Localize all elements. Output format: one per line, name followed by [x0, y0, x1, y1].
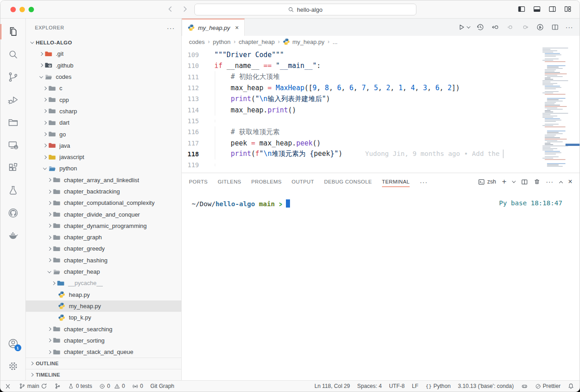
tree-row-top-k-py[interactable]: top_k.py [26, 312, 181, 323]
tree-row-chapter-sorting[interactable]: chapter_sorting [26, 335, 181, 346]
tree-row-root[interactable]: HELLO-ALGO [26, 37, 181, 48]
activity-github[interactable] [0, 202, 26, 224]
tree-row-my-heap-py[interactable]: my_heap.py [26, 300, 181, 312]
tree-row-chapter-array-and-linkedlist[interactable]: chapter_array_and_linkedlist [26, 174, 181, 186]
editor-more-actions-icon[interactable]: ··· [566, 24, 573, 31]
tree-row-go[interactable]: go [26, 128, 181, 140]
kill-terminal-icon[interactable] [534, 179, 540, 185]
tree-row-chapter-searching[interactable]: chapter_searching [26, 323, 181, 334]
code-line-110[interactable]: 110if __name__ == "__main__": [182, 60, 580, 71]
breadcrumb-item[interactable]: chapter_heap [239, 39, 275, 45]
explorer-more-actions-icon[interactable]: ··· [167, 24, 175, 32]
tree-row-chapter-greedy[interactable]: chapter_greedy [26, 243, 181, 254]
tree-row--git[interactable]: .git [26, 48, 181, 59]
terminal-shell-item[interactable]: zsh [478, 179, 496, 185]
code-editor[interactable]: 109"""Driver Code"""110if __name__ == "_… [182, 48, 580, 173]
toggle-panel-icon[interactable] [532, 5, 541, 14]
tests-status[interactable]: 0 tests [68, 383, 92, 389]
activity-remote-explorer[interactable] [0, 134, 26, 156]
activity-testing[interactable] [0, 179, 26, 202]
tree-row-c[interactable]: c [26, 82, 181, 94]
indentation-setting[interactable]: Spaces: 4 [357, 383, 382, 389]
tree-row-chapter-heap[interactable]: chapter_heap [26, 266, 181, 277]
tree-row-csharp[interactable]: csharp [26, 106, 181, 117]
split-editor-icon[interactable] [551, 23, 560, 32]
code-line-115[interactable]: 115 [182, 116, 580, 126]
tree-row-java[interactable]: java [26, 140, 181, 151]
tree-row-dart[interactable]: dart [26, 117, 181, 128]
maximize-panel-icon[interactable] [559, 181, 562, 185]
customize-layout-icon[interactable] [563, 5, 572, 14]
cursor-position[interactable]: Ln 118, Col 29 [314, 383, 350, 389]
split-terminal-icon[interactable] [521, 179, 528, 185]
code-line-114[interactable]: 114 max_heap.print() [182, 104, 580, 115]
activity-run-debug[interactable] [0, 88, 26, 111]
timeline-history-icon[interactable] [476, 23, 485, 32]
code-line-109[interactable]: 109"""Driver Code""" [182, 49, 580, 60]
tree-row-chapter-graph[interactable]: chapter_graph [26, 232, 181, 243]
open-changes-icon[interactable] [491, 23, 500, 32]
panel-tab-output[interactable]: OUTPUT [292, 173, 314, 190]
close-tab-icon[interactable]: × [235, 24, 239, 31]
tree-row-chapter-computational-complexity[interactable]: chapter_computational_complexity [26, 197, 181, 208]
run-python-file-icon[interactable] [457, 23, 470, 32]
code-line-113[interactable]: 113 print("\n输入列表并建堆后") [182, 93, 580, 104]
activity-file-folder[interactable] [0, 111, 26, 134]
navigate-forward-icon[interactable] [181, 5, 189, 13]
prettier-status[interactable]: Prettier [535, 383, 561, 389]
close-panel-icon[interactable]: × [568, 178, 572, 186]
zoom-window-button[interactable] [29, 7, 34, 12]
git-graph-status[interactable]: Git Graph [150, 383, 174, 389]
activity-search[interactable] [0, 43, 26, 66]
new-terminal-icon[interactable]: + [502, 177, 507, 186]
panel-tab-gitlens[interactable]: GITLENS [218, 173, 241, 190]
panel-tab-debug-console[interactable]: DEBUG CONSOLE [324, 173, 372, 190]
breadcrumb-item[interactable]: my_heap.py [283, 38, 324, 45]
panel-tab-ports[interactable]: PORTS [189, 173, 208, 190]
run-below-icon[interactable] [536, 23, 545, 32]
toggle-secondary-sidebar-icon[interactable] [548, 5, 557, 14]
eol-setting[interactable]: LF [412, 383, 418, 389]
git-graph-icon-button[interactable] [54, 383, 61, 389]
terminal-profile-dropdown-icon[interactable] [512, 179, 515, 183]
command-center-search[interactable]: hello-algo [194, 4, 416, 15]
tree-row-javascript[interactable]: javascript [26, 151, 181, 163]
outline-section[interactable]: OUTLINE [26, 358, 181, 369]
minimize-window-button[interactable] [19, 7, 25, 12]
branch-status[interactable]: main [19, 383, 47, 389]
tree-row-cpp[interactable]: cpp [26, 94, 181, 105]
language-mode[interactable]: {}Python [425, 383, 450, 389]
encoding-setting[interactable]: UTF-8 [389, 383, 405, 389]
remote-indicator[interactable] [5, 383, 12, 390]
terminal[interactable]: ~/Dow/hello-algo main > Py base 18:18:47 [182, 190, 580, 380]
tree-row-chapter-dynamic-programming[interactable]: chapter_dynamic_programming [26, 220, 181, 232]
code-line-117[interactable]: 117 peek = max_heap.peek() [182, 137, 580, 148]
ports-status[interactable]: 0 [132, 383, 143, 389]
panel-tab-problems[interactable]: PROBLEMS [251, 173, 281, 190]
tree-row-chapter-hashing[interactable]: chapter_hashing [26, 255, 181, 266]
python-interpreter[interactable]: 3.10.13 ('base': conda) [458, 383, 513, 389]
close-window-button[interactable] [10, 7, 16, 12]
code-line-112[interactable]: 112 max_heap = MaxHeap([9, 8, 6, 6, 7, 5… [182, 82, 580, 93]
activity-explorer[interactable] [0, 20, 26, 43]
code-line-111[interactable]: 111 # 初始化大顶堆 [182, 72, 580, 82]
code-line-119[interactable]: 119 [182, 160, 580, 170]
tree-row-chapter-stack-and-queue[interactable]: chapter_stack_and_queue [26, 346, 181, 358]
panel-more-tabs-icon[interactable]: ··· [420, 178, 428, 186]
tree-row--pycache-[interactable]: __pycache__ [26, 277, 181, 289]
code-line-118[interactable]: 118 print(f"\n堆顶元素为 {peek}")Yudong Jin, … [182, 149, 580, 160]
breadcrumb-item[interactable]: codes [189, 39, 205, 45]
breadcrumb-item[interactable]: python [213, 39, 231, 45]
accounts-button[interactable]: 1 [0, 332, 26, 355]
tree-row-heap-py[interactable]: heap.py [26, 289, 181, 300]
code-line-116[interactable]: 116 # 获取堆顶元素 [182, 126, 580, 137]
panel-tab-terminal[interactable]: TERMINAL [382, 173, 410, 190]
activity-extensions[interactable] [0, 156, 26, 179]
problems-status[interactable]: 0 0 [99, 383, 125, 389]
activity-docker[interactable] [0, 224, 26, 247]
panel-more-actions-icon[interactable]: ··· [546, 178, 554, 185]
notifications-bell-icon[interactable] [568, 383, 574, 389]
tree-row-chapter-divide-and-conquer[interactable]: chapter_divide_and_conquer [26, 208, 181, 220]
navigate-back-icon[interactable] [166, 5, 174, 13]
tree-row--github[interactable]: .github [26, 60, 181, 71]
